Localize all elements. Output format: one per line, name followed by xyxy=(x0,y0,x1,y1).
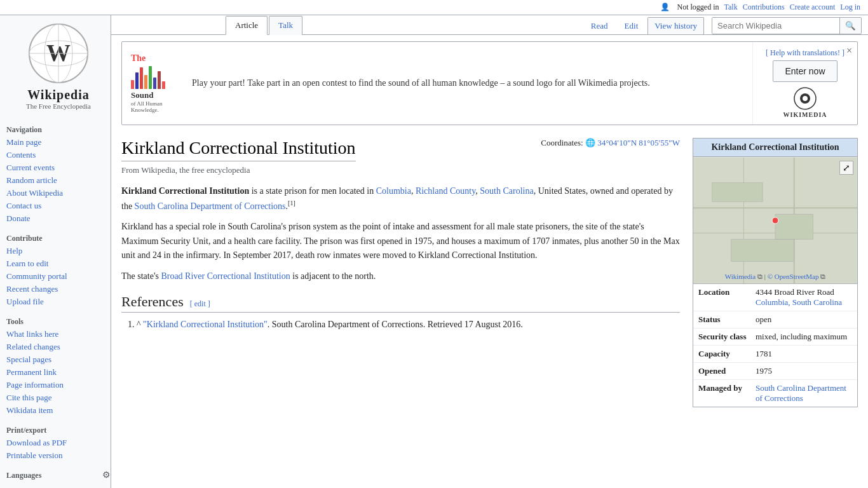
list-item: Page information xyxy=(6,379,111,391)
banner-text: Play your part! Take part in an open con… xyxy=(192,78,650,88)
sc-dept-corrections-link[interactable]: South Carolina Department of Corrections xyxy=(756,383,846,403)
banner-close-button[interactable]: × xyxy=(846,46,852,56)
south-carolina-link[interactable]: South Carolina xyxy=(480,186,533,196)
list-item: Contents xyxy=(6,149,111,161)
about-wikipedia-link[interactable]: About Wikipedia xyxy=(6,188,63,198)
cite-this-page-link[interactable]: Cite this page xyxy=(6,393,52,402)
help-link[interactable]: Help xyxy=(6,246,22,255)
infobox-value-location: 4344 Broad River RoadColumbia, South Car… xyxy=(756,287,852,308)
svg-rect-17 xyxy=(731,240,794,262)
upload-file-link[interactable]: Upload file xyxy=(6,297,44,306)
search-bar: 🔍 xyxy=(712,17,862,34)
contribute-label: Contribute xyxy=(6,231,111,245)
special-pages-link[interactable]: Special pages xyxy=(6,355,51,364)
main-layout: W Wikipedia The Free Encyclopedia Naviga… xyxy=(0,15,868,488)
current-events-link[interactable]: Current events xyxy=(6,163,55,172)
wikimedia-attr-link[interactable]: Wikimedia xyxy=(725,273,756,280)
nav-list: Main page Contents Current events Random… xyxy=(6,136,111,225)
search-button[interactable]: 🔍 xyxy=(839,18,861,34)
random-article-link[interactable]: Random article xyxy=(6,175,57,185)
infobox-value-capacity: 1781 xyxy=(756,349,852,359)
content-area: Article Talk Read Edit View history 🔍 xyxy=(111,15,868,488)
tab-article[interactable]: Article xyxy=(226,16,268,35)
logo-sub: The Free Encyclopedia xyxy=(6,102,111,110)
article-strong: Kirkland Correctional Institution xyxy=(121,186,249,196)
article-paragraph-1: Kirkland Correctional Institution is a s… xyxy=(121,184,680,214)
what-links-here-link[interactable]: What links here xyxy=(6,329,58,339)
banner-help-link[interactable]: [ Help with translations! ] xyxy=(766,48,844,58)
infobox-label-status: Status xyxy=(698,315,756,325)
map-placeholder xyxy=(693,157,857,284)
infobox-row-opened: Opened 1975 xyxy=(693,363,857,380)
tools-list: What links here Related changes Special … xyxy=(6,328,111,417)
tab-bar: Article Talk Read Edit View history 🔍 xyxy=(111,15,868,35)
related-changes-link[interactable]: Related changes xyxy=(6,342,60,351)
printable-version-link[interactable]: Printable version xyxy=(6,451,62,460)
tools-section: Tools What links here Related changes Sp… xyxy=(6,315,111,417)
read-tab[interactable]: Read xyxy=(584,17,615,34)
action-tabs: Read Edit View history 🔍 xyxy=(584,17,868,34)
map-attribution: Wikimedia ⧉ | © OpenStreetMap ⧉ xyxy=(693,273,857,281)
edit-link[interactable]: edit xyxy=(194,299,206,308)
main-page-link[interactable]: Main page xyxy=(6,137,41,147)
page-information-link[interactable]: Page information xyxy=(6,380,64,390)
contents-link[interactable]: Contents xyxy=(6,150,36,159)
svg-rect-15 xyxy=(712,182,763,201)
svg-point-18 xyxy=(772,217,778,224)
talk-link[interactable]: Talk xyxy=(724,3,738,12)
recent-changes-link[interactable]: Recent changes xyxy=(6,284,58,294)
user-icon: 👤 xyxy=(660,3,670,12)
list-item: What links here xyxy=(6,328,111,341)
infobox-row-capacity: Capacity 1781 xyxy=(693,346,857,363)
nav-label: Navigation xyxy=(6,123,111,136)
expand-map-button[interactable]: ⤢ xyxy=(839,161,853,175)
list-item: Contact us xyxy=(6,200,111,212)
search-input[interactable] xyxy=(712,18,839,34)
banner-right: [ Help with translations! ] Enter now WI… xyxy=(752,42,857,125)
logo-area: W Wikipedia The Free Encyclopedia xyxy=(6,22,111,116)
article-title: Kirkland Correctional Institution xyxy=(121,138,356,161)
sc-corrections-link[interactable]: South Carolina Department of Corrections xyxy=(135,201,286,211)
view-history-tab[interactable]: View history xyxy=(648,17,704,34)
svg-point-9 xyxy=(803,96,808,101)
download-pdf-link[interactable]: Download as PDF xyxy=(6,438,67,447)
broad-river-link[interactable]: Broad River Correctional Institution xyxy=(161,271,290,281)
donate-link[interactable]: Donate xyxy=(6,214,31,223)
coordinates: Coordinates: 🌐 34°04′10″N 81°05′55″W xyxy=(541,138,680,148)
columbia-link[interactable]: Columbia xyxy=(376,186,411,196)
enter-now-button[interactable]: Enter now xyxy=(773,60,837,82)
permanent-link-link[interactable]: Permanent link xyxy=(6,367,57,377)
print-list: Download as PDF Printable version xyxy=(6,437,111,462)
osm-attr-link[interactable]: © OpenStreetMap xyxy=(768,273,819,280)
richland-county-link[interactable]: Richland County xyxy=(416,186,475,196)
list-item: Wikidata item xyxy=(6,404,111,417)
list-item: Help xyxy=(6,245,111,257)
wikidata-item-link[interactable]: Wikidata item xyxy=(6,405,53,415)
article-subtitle: From Wikipedia, the free encyclopedia xyxy=(121,165,680,175)
contribute-list: Help Learn to edit Community portal Rece… xyxy=(6,245,111,308)
languages-label: Languages xyxy=(6,468,41,482)
list-item: About Wikipedia xyxy=(6,187,111,200)
not-logged-in: Not logged in xyxy=(677,3,719,12)
list-item: Cite this page xyxy=(6,391,111,404)
settings-icon[interactable]: ⚙ xyxy=(102,470,111,480)
list-item: Learn to edit xyxy=(6,257,111,270)
tab-talk[interactable]: Talk xyxy=(269,16,302,35)
contact-us-link[interactable]: Contact us xyxy=(6,201,41,210)
ref1-prefix: ^ xyxy=(137,320,143,329)
edit-tab[interactable]: Edit xyxy=(618,17,646,34)
log-in-link[interactable]: Log in xyxy=(840,3,860,12)
learn-to-edit-link[interactable]: Learn to edit xyxy=(6,259,48,268)
community-portal-link[interactable]: Community portal xyxy=(6,271,67,281)
columbia-sc-link[interactable]: Columbia, South Carolina xyxy=(756,297,842,307)
coordinates-link[interactable]: 34°04′10″N 81°05′55″W xyxy=(597,138,680,147)
ref1-link[interactable]: "Kirkland Correctional Institution" xyxy=(143,320,268,329)
infobox-label-managed: Managed by xyxy=(698,383,756,403)
list-item: Random article xyxy=(6,174,111,187)
wikimedia-label: WIKIMEDIA xyxy=(783,111,827,118)
contributions-link[interactable]: Contributions xyxy=(743,3,785,12)
infobox: Kirkland Correctional Institution xyxy=(693,138,858,407)
banner: The Sound of All Human Knowledge. xyxy=(121,41,858,125)
list-item: Printable version xyxy=(6,449,111,462)
create-account-link[interactable]: Create account xyxy=(790,3,836,12)
